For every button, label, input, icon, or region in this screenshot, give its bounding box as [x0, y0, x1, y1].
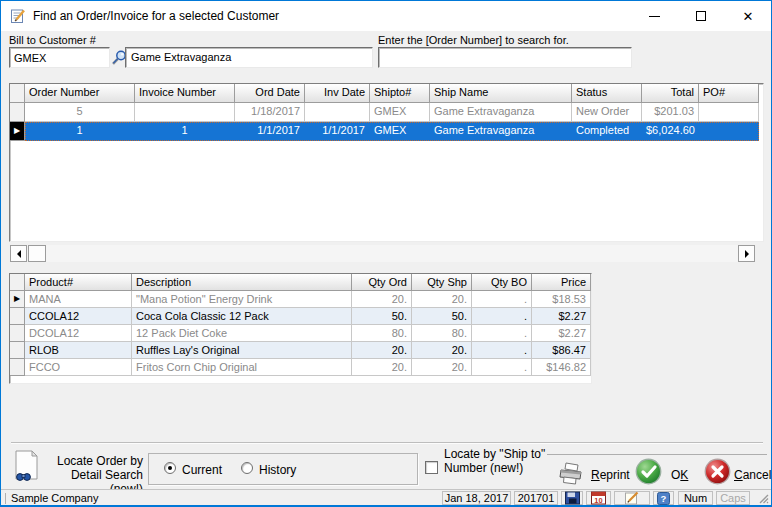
cell-ship_name[interactable]: Game Extravaganza	[430, 103, 572, 122]
column-header-qty_shp[interactable]: Qty Shp	[412, 274, 472, 291]
cell-price[interactable]: $2.27	[532, 308, 591, 325]
cell-inv_date[interactable]	[305, 103, 370, 122]
bill-to-customer-input[interactable]	[9, 47, 110, 68]
ok-button[interactable]: OK	[671, 468, 688, 482]
table-row[interactable]: 51/18/2017GMEXGame ExtravaganzaNew Order…	[10, 103, 763, 122]
column-header-po[interactable]: PO#	[699, 84, 759, 103]
column-header-ord_date[interactable]: Ord Date	[235, 84, 305, 103]
column-header-inv_date[interactable]: Inv Date	[305, 84, 370, 103]
column-header-invoice[interactable]: Invoice Number	[135, 84, 235, 103]
row-cells: CCOLA12Coca Cola Classic 12 Pack50.50..$…	[25, 308, 591, 325]
cell-qty_shp[interactable]: 20.	[412, 342, 472, 359]
cell-qty_shp[interactable]: 50.	[412, 308, 472, 325]
column-header-price[interactable]: Price	[532, 274, 591, 291]
cancel-button[interactable]: Cancel	[734, 468, 771, 482]
cell-invoice[interactable]	[135, 103, 235, 122]
column-header-status[interactable]: Status	[572, 84, 642, 103]
radio-history-label[interactable]: History	[259, 463, 296, 477]
column-header-qty_ord[interactable]: Qty Ord	[352, 274, 412, 291]
scroll-left-button[interactable]	[10, 245, 27, 262]
table-row[interactable]: FCCOFritos Corn Chip Original20.20..$146…	[10, 359, 591, 376]
cell-qty_ord[interactable]: 20.	[352, 342, 412, 359]
cell-qty_shp[interactable]: 20.	[412, 291, 472, 308]
column-header-ship_name[interactable]: Ship Name	[430, 84, 572, 103]
cell-order[interactable]: 1	[25, 122, 135, 141]
cell-shipto[interactable]: GMEX	[370, 122, 430, 141]
cell-total[interactable]: $201.03	[642, 103, 699, 122]
table-row[interactable]: RLOBRuffles Lay's Original20.20..$86.47	[10, 342, 591, 359]
scrollbar-thumb[interactable]	[28, 245, 46, 262]
minimize-button[interactable]	[639, 7, 669, 25]
cell-qty_bo[interactable]: .	[472, 342, 532, 359]
cell-product[interactable]: MANA	[25, 291, 132, 308]
maximize-button[interactable]	[686, 7, 716, 25]
cell-shipto[interactable]: GMEX	[370, 103, 430, 122]
column-header-total[interactable]: Total	[642, 84, 699, 103]
column-header-order[interactable]: Order Number	[25, 84, 135, 103]
cell-invoice[interactable]: 1	[135, 122, 235, 141]
cell-qty_bo[interactable]: .	[472, 359, 532, 376]
cell-qty_bo[interactable]: .	[472, 325, 532, 342]
cell-product[interactable]: FCCO	[25, 359, 132, 376]
disk-panel[interactable]	[561, 491, 583, 505]
cell-ship_name[interactable]: Game Extravaganza	[430, 122, 572, 141]
cell-qty_ord[interactable]: 20.	[352, 359, 412, 376]
order-number-search-input[interactable]	[378, 47, 632, 68]
cell-price[interactable]: $2.27	[532, 325, 591, 342]
column-header-qty_bo[interactable]: Qty BO	[472, 274, 532, 291]
cell-total[interactable]: $6,024.60	[642, 122, 699, 141]
cell-po[interactable]	[699, 122, 759, 141]
scroll-right-button[interactable]	[738, 245, 755, 262]
calendar-panel[interactable]: 10	[586, 491, 611, 505]
resize-grip[interactable]	[759, 494, 769, 504]
reprint-button[interactable]: Reprint	[591, 468, 630, 482]
cell-order[interactable]: 5	[25, 103, 135, 122]
cell-qty_ord[interactable]: 20.	[352, 291, 412, 308]
locate-by-shipto-label[interactable]: Locate by "Ship to" Number (new!)	[444, 447, 545, 475]
titlebar[interactable]: Find an Order/Invoice for a selected Cus…	[1, 1, 771, 31]
locate-by-shipto-checkbox[interactable]	[425, 461, 438, 474]
table-row[interactable]: ▶MANA"Mana Potion" Energy Drink20.20..$1…	[10, 291, 591, 308]
cell-qty_shp[interactable]: 20.	[412, 359, 472, 376]
cell-price[interactable]: $86.47	[532, 342, 591, 359]
cell-qty_bo[interactable]: .	[472, 291, 532, 308]
cell-price[interactable]: $146.82	[532, 359, 591, 376]
table-row[interactable]: CCOLA12Coca Cola Classic 12 Pack50.50..$…	[10, 308, 591, 325]
table-row[interactable]: DCOLA1212 Pack Diet Coke80.80..$2.27	[10, 325, 591, 342]
radio-history[interactable]	[241, 462, 253, 474]
cell-po[interactable]	[699, 103, 759, 122]
cancel-x-icon[interactable]	[704, 458, 731, 485]
edit-note-panel[interactable]	[614, 491, 650, 505]
column-header-shipto[interactable]: Shipto#	[370, 84, 430, 103]
cell-product[interactable]: DCOLA12	[25, 325, 132, 342]
cell-description[interactable]: "Mana Potion" Energy Drink	[132, 291, 352, 308]
cell-qty_ord[interactable]: 80.	[352, 325, 412, 342]
printer-icon[interactable]	[557, 462, 585, 486]
column-header-description[interactable]: Description	[132, 274, 352, 291]
num-lock-indicator: Num	[678, 491, 713, 505]
cell-qty_shp[interactable]: 80.	[412, 325, 472, 342]
cell-description[interactable]: Ruffles Lay's Original	[132, 342, 352, 359]
cell-qty_bo[interactable]: .	[472, 308, 532, 325]
cell-description[interactable]: 12 Pack Diet Coke	[132, 325, 352, 342]
radio-current-label[interactable]: Current	[182, 463, 222, 477]
cell-ord_date[interactable]: 1/18/2017	[235, 103, 305, 122]
close-button[interactable]: ✕	[733, 7, 763, 25]
cell-ord_date[interactable]: 1/1/2017	[235, 122, 305, 141]
cell-status[interactable]: New Order	[572, 103, 642, 122]
ok-check-icon[interactable]	[635, 458, 662, 485]
radio-current[interactable]	[164, 462, 176, 474]
scrollbar-track[interactable]	[46, 245, 738, 262]
reprint-label-mnemonic: R	[591, 468, 600, 482]
cell-qty_ord[interactable]: 50.	[352, 308, 412, 325]
table-row[interactable]: ▶111/1/20171/1/2017GMEXGame Extravaganza…	[10, 122, 763, 141]
cell-inv_date[interactable]: 1/1/2017	[305, 122, 370, 141]
cell-product[interactable]: CCOLA12	[25, 308, 132, 325]
cell-price[interactable]: $18.53	[532, 291, 591, 308]
cell-status[interactable]: Completed	[572, 122, 642, 141]
cell-description[interactable]: Fritos Corn Chip Original	[132, 359, 352, 376]
column-header-product[interactable]: Product#	[25, 274, 132, 291]
cell-product[interactable]: RLOB	[25, 342, 132, 359]
help-panel[interactable]: ?	[653, 491, 674, 505]
cell-description[interactable]: Coca Cola Classic 12 Pack	[132, 308, 352, 325]
